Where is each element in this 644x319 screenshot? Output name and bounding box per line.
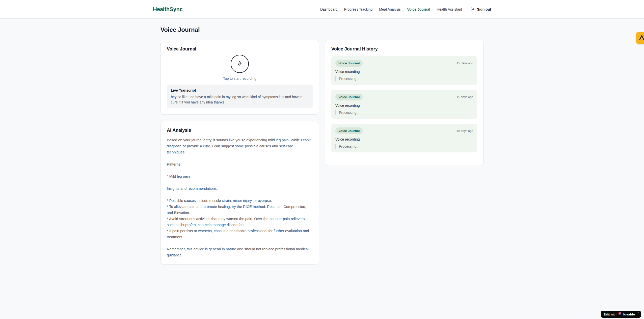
history-entry-header: Voice Journal 15 days ago xyxy=(335,60,473,67)
log-out-icon xyxy=(471,7,475,11)
close-icon[interactable]: × xyxy=(638,311,639,314)
right-column: Voice Journal History Voice Journal 15 d… xyxy=(325,40,484,166)
entry-type-badge: Voice Journal xyxy=(335,60,363,67)
main-nav: Dashboard Progress Tracking Meal Analysi… xyxy=(320,7,491,11)
live-transcript-box: Live Transcript hey so like I do have a … xyxy=(167,85,313,108)
ai-analysis-body: Based on your journal entry, it sounds l… xyxy=(167,137,313,258)
entry-timestamp: 15 days ago xyxy=(457,95,473,99)
sign-out-label: Sign out xyxy=(477,7,491,11)
history-entry[interactable]: Voice Journal 15 days ago Voice recordin… xyxy=(331,124,477,152)
content-grid: Voice Journal Tap to start recording xyxy=(160,40,484,264)
live-transcript-text: hey so like I do have a mild pain in my … xyxy=(171,94,309,105)
entry-timestamp: 15 days ago xyxy=(457,129,473,133)
main-content: Voice Journal Voice Journal xyxy=(160,19,484,264)
edit-with-label: Edit with xyxy=(604,312,616,316)
history-entry[interactable]: Voice Journal 15 days ago Voice recordin… xyxy=(331,56,477,85)
voice-journal-history-card: Voice Journal History Voice Journal 15 d… xyxy=(325,40,484,166)
tap-to-record-hint: Tap to start recording xyxy=(167,76,313,81)
heart-icon xyxy=(618,312,622,316)
entry-processing-status: Processing... xyxy=(335,110,473,115)
page-title: Voice Journal xyxy=(160,26,484,33)
entry-type-badge: Voice Journal xyxy=(335,94,363,100)
edit-with-lovable-badge[interactable]: Edit with lovable × xyxy=(601,311,641,318)
lovable-brand-label: lovable xyxy=(623,312,635,316)
history-list: Voice Journal 15 days ago Voice recordin… xyxy=(331,56,477,152)
recorder-area: Tap to start recording xyxy=(167,55,313,81)
ai-analysis-card: AI Analysis Based on your journal entry,… xyxy=(160,121,319,264)
nav-item-progress-tracking[interactable]: Progress Tracking xyxy=(344,7,372,11)
nav-item-health-assistant[interactable]: Health Assistant xyxy=(437,7,462,11)
microphone-icon xyxy=(237,61,242,67)
left-column: Voice Journal Tap to start recording xyxy=(160,40,319,264)
nav-item-voice-journal[interactable]: Voice Journal xyxy=(407,7,430,11)
app-header: HealthSync Dashboard Progress Tracking M… xyxy=(0,0,644,19)
voice-journal-card: Voice Journal Tap to start recording xyxy=(160,40,319,115)
side-launcher-button[interactable] xyxy=(636,32,644,44)
entry-processing-status: Processing... xyxy=(335,76,473,81)
entry-timestamp: 15 days ago xyxy=(457,62,473,65)
history-entry[interactable]: Voice Journal 15 days ago Voice recordin… xyxy=(331,90,477,119)
voice-journal-card-title: Voice Journal xyxy=(167,46,313,52)
header-inner: HealthSync Dashboard Progress Tracking M… xyxy=(153,0,491,18)
entry-processing-status: Processing... xyxy=(335,144,473,149)
live-transcript-title: Live Transcript xyxy=(171,88,309,93)
entry-type-badge: Voice Journal xyxy=(335,127,363,134)
entry-label: Voice recording xyxy=(335,103,473,108)
app-logo[interactable]: HealthSync xyxy=(153,6,183,13)
history-entry-header: Voice Journal 15 days ago xyxy=(335,127,473,134)
entry-label: Voice recording xyxy=(335,137,473,142)
launcher-logo-icon xyxy=(638,34,644,42)
history-entry-header: Voice Journal 15 days ago xyxy=(335,94,473,100)
nav-item-meal-analysis[interactable]: Meal Analysis xyxy=(379,7,401,11)
history-card-title: Voice Journal History xyxy=(331,46,477,52)
entry-label: Voice recording xyxy=(335,69,473,74)
sign-out-button[interactable]: Sign out xyxy=(471,7,491,11)
nav-item-dashboard[interactable]: Dashboard xyxy=(320,7,338,11)
record-button[interactable] xyxy=(231,55,249,73)
ai-analysis-card-title: AI Analysis xyxy=(167,127,313,133)
